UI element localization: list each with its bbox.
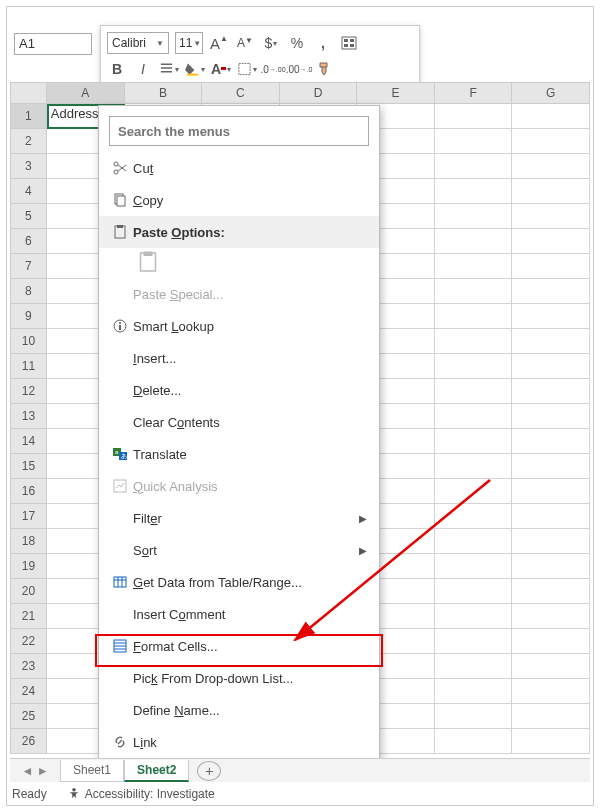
name-box[interactable]: A1 (14, 33, 92, 55)
row-header[interactable]: 9 (10, 304, 47, 329)
cell[interactable] (512, 154, 590, 179)
sheet-tab[interactable]: Sheet1 (60, 760, 124, 782)
menu-item-smart-lookup[interactable]: Smart Lookup (99, 310, 379, 342)
cell[interactable] (512, 679, 590, 704)
cell[interactable] (435, 579, 513, 604)
menu-item-pick-list[interactable]: Pick From Drop-down List... (99, 662, 379, 694)
cell[interactable] (512, 629, 590, 654)
cell[interactable] (512, 329, 590, 354)
menu-item-translate[interactable]: aあTranslate (99, 438, 379, 470)
menu-item-copy[interactable]: Copy (99, 184, 379, 216)
cell[interactable] (435, 729, 513, 754)
cell[interactable] (512, 429, 590, 454)
menu-item-cut[interactable]: Cut (99, 152, 379, 184)
cell[interactable] (512, 404, 590, 429)
align-icon[interactable]: ▾ (159, 59, 179, 79)
column-header[interactable]: A (47, 82, 125, 104)
row-header[interactable]: 20 (10, 579, 47, 604)
cell[interactable] (435, 304, 513, 329)
row-header[interactable]: 16 (10, 479, 47, 504)
row-header[interactable]: 13 (10, 404, 47, 429)
menu-search-input[interactable] (109, 116, 369, 146)
italic-icon[interactable]: I (133, 59, 153, 79)
cell[interactable] (435, 329, 513, 354)
cell[interactable] (435, 429, 513, 454)
column-header[interactable]: E (357, 82, 435, 104)
cell[interactable] (435, 254, 513, 279)
cell[interactable] (512, 579, 590, 604)
column-header[interactable]: D (280, 82, 358, 104)
row-header[interactable]: 3 (10, 154, 47, 179)
add-sheet-button[interactable]: + (197, 761, 221, 781)
bold-icon[interactable]: B (107, 59, 127, 79)
comma-style-icon[interactable]: , (313, 33, 333, 53)
cell[interactable] (435, 454, 513, 479)
cell[interactable] (512, 529, 590, 554)
menu-item-clear-contents[interactable]: Clear Contents (99, 406, 379, 438)
row-header[interactable]: 4 (10, 179, 47, 204)
row-header[interactable]: 22 (10, 629, 47, 654)
row-header[interactable]: 2 (10, 129, 47, 154)
menu-item-insert-comment[interactable]: Insert Comment (99, 598, 379, 630)
sheet-tab[interactable]: Sheet2 (124, 760, 189, 782)
cell[interactable] (512, 704, 590, 729)
cell[interactable] (435, 529, 513, 554)
border-icon[interactable]: ▾ (237, 59, 257, 79)
cell[interactable] (512, 104, 590, 129)
row-header[interactable]: 18 (10, 529, 47, 554)
cell[interactable] (435, 479, 513, 504)
menu-item-insert[interactable]: Insert... (99, 342, 379, 374)
cell[interactable] (435, 204, 513, 229)
select-all-corner[interactable] (10, 82, 47, 104)
cell[interactable] (435, 354, 513, 379)
increase-decimal-icon[interactable]: .0→.00 (263, 59, 283, 79)
row-header[interactable]: 8 (10, 279, 47, 304)
menu-item-sort[interactable]: Sort▶ (99, 534, 379, 566)
row-header[interactable]: 14 (10, 429, 47, 454)
cell[interactable] (512, 454, 590, 479)
cell[interactable] (512, 179, 590, 204)
cell[interactable] (435, 379, 513, 404)
menu-item-define-name[interactable]: Define Name... (99, 694, 379, 726)
accessibility-status[interactable]: Accessibility: Investigate (67, 787, 215, 801)
decrease-decimal-icon[interactable]: .00→.0 (289, 59, 309, 79)
row-header[interactable]: 26 (10, 729, 47, 754)
row-header[interactable]: 19 (10, 554, 47, 579)
cell[interactable] (435, 654, 513, 679)
cell[interactable] (512, 304, 590, 329)
cell[interactable] (435, 679, 513, 704)
column-header[interactable]: G (512, 82, 590, 104)
row-header[interactable]: 10 (10, 329, 47, 354)
cell[interactable] (512, 729, 590, 754)
cell[interactable] (512, 354, 590, 379)
row-header[interactable]: 23 (10, 654, 47, 679)
cell[interactable] (435, 504, 513, 529)
row-header[interactable]: 25 (10, 704, 47, 729)
sheet-nav[interactable]: ◄ ► (10, 764, 60, 778)
cell[interactable] (512, 279, 590, 304)
currency-icon[interactable]: $▾ (261, 33, 281, 53)
menu-item-delete[interactable]: Delete... (99, 374, 379, 406)
row-header[interactable]: 5 (10, 204, 47, 229)
cell[interactable] (435, 604, 513, 629)
column-header[interactable]: C (202, 82, 280, 104)
cell[interactable] (435, 129, 513, 154)
row-header[interactable]: 12 (10, 379, 47, 404)
fill-color-icon[interactable]: ▾ (185, 59, 205, 79)
format-painter-icon[interactable] (315, 59, 335, 79)
cell[interactable] (512, 379, 590, 404)
menu-item-link[interactable]: Link (99, 726, 379, 758)
cell[interactable] (512, 254, 590, 279)
cell[interactable] (435, 229, 513, 254)
font-size-select[interactable]: 11 ▼ (175, 32, 203, 54)
row-header[interactable]: 24 (10, 679, 47, 704)
increase-font-icon[interactable]: A▲ (209, 33, 229, 53)
cell[interactable] (512, 654, 590, 679)
row-header[interactable]: 11 (10, 354, 47, 379)
cell[interactable] (435, 104, 513, 129)
cell[interactable] (435, 629, 513, 654)
row-header[interactable]: 21 (10, 604, 47, 629)
row-header[interactable]: 7 (10, 254, 47, 279)
cell[interactable] (435, 404, 513, 429)
cell[interactable] (512, 129, 590, 154)
